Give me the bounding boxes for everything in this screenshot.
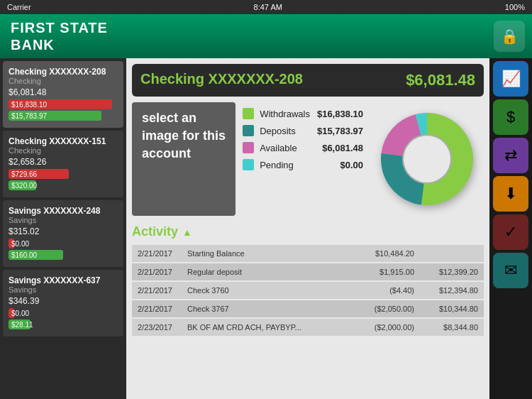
battery-label: 100% [505,3,525,11]
activity-balance: $10,344.80 [420,300,484,318]
activity-amount: ($2,050.00) [356,300,420,318]
account-card-1[interactable]: Checking XXXXXXX-151 Checking $2,658.26 … [3,131,123,197]
activity-row[interactable]: 2/23/2017 BK OF AM CRD ACH, PAYBYP... ($… [132,318,484,337]
activity-row[interactable]: 2/21/2017 Starting Balance $10,484.20 [132,245,484,263]
image-selector[interactable]: select an image for this account [132,102,235,216]
activity-row[interactable]: 2/21/2017 Check 3760 ($4.40) $12,394.80 [132,281,484,300]
activity-description: Starting Balance [182,245,356,263]
legend-color [243,108,254,119]
activity-date: 2/21/2017 [132,263,182,281]
activity-amount: $1,915.00 [356,263,420,281]
account-balance: $6,081.48 [406,71,475,89]
account-card-type: Savings [9,216,118,224]
legend-label: Deposits [260,126,310,136]
main-layout: Checking XXXXXXX-208 Checking $6,081.48 … [0,58,532,399]
transfer-icon[interactable]: $ [493,99,528,135]
activity-date: 2/23/2017 [132,318,182,337]
contact-icon[interactable]: ✉ [493,253,528,288]
account-card-0[interactable]: Checking XXXXXXX-208 Checking $6,081.48 … [3,61,123,128]
status-bar: Carrier 8:47 AM 100% [0,0,532,14]
donut-center [404,136,450,182]
deposit-bar: $320.00 [9,180,36,190]
account-card-name: Savings XXXXXXX-637 [9,275,118,285]
activity-amount: $10,484.20 [356,245,420,263]
right-sidebar: 📈$⇄⬇✓✉ [489,58,532,399]
check-icon[interactable]: ✓ [493,214,528,250]
activity-date: 2/21/2017 [132,245,182,263]
account-title: Checking XXXXXXX-208 [140,71,303,87]
activity-table: 2/21/2017 Starting Balance $10,484.20 2/… [132,245,484,337]
legend-item-3: Pending $0.00 [243,159,363,170]
bank-name: FIRST STATE BANK [11,19,108,53]
account-card-name: Checking XXXXXXX-208 [9,67,118,77]
chart-area: select an image for this account Withdra… [132,102,484,216]
legend-color [243,159,254,170]
app-header: FIRST STATE BANK 🔒 [0,14,532,58]
time-label: 8:47 AM [254,3,282,11]
deposit-bar: $160.00 [9,250,63,260]
account-card-name: Savings XXXXXXX-248 [9,206,118,216]
legend-label: Available [260,143,315,153]
activity-amount: ($4.40) [356,281,420,300]
legend-value: $6,081.48 [322,143,363,153]
deposit-bar: $28.11 [9,319,31,329]
exchange-icon[interactable]: ⇄ [493,138,528,173]
account-card-2[interactable]: Savings XXXXXXX-248 Savings $315.02 $0.0… [3,200,123,267]
account-card-balance: $315.02 [9,226,118,236]
activity-header: Activity ▲ [132,222,484,242]
activity-row[interactable]: 2/21/2017 Check 3767 ($2,050.00) $10,344… [132,300,484,318]
activity-description: Check 3767 [182,300,356,318]
deposit-icon[interactable]: ⬇ [493,176,528,212]
shield-icon[interactable]: 🔒 [494,21,525,52]
deposit-bar: $15,783.97 [9,111,101,121]
legend-item-0: Withdrawals $16,838.10 [243,108,363,119]
withdrawal-bar: $0.00 [9,239,14,248]
legend-item-1: Deposits $15,783.97 [243,125,363,136]
withdrawal-bar: $0.00 [9,308,14,318]
activity-title: Activity [132,224,178,239]
account-card-balance: $6,081.48 [9,87,118,97]
legend-value: $15,783.97 [317,126,363,136]
activity-row[interactable]: 2/21/2017 Regular deposit $1,915.00 $12,… [132,263,484,281]
account-card-balance: $346.39 [9,296,118,306]
carrier-label: Carrier [7,3,31,11]
account-card-name: Checking XXXXXXX-151 [9,136,118,146]
legend-value: $16,838.10 [317,109,363,119]
donut-chart [370,102,484,216]
main-content: Checking XXXXXXX-208 $6,081.48 select an… [126,58,489,399]
legend-label: Withdrawals [260,109,310,119]
legend-item-2: Available $6,081.48 [243,142,363,153]
legend-color [243,125,254,136]
withdrawal-bar: $729.66 [9,169,69,179]
activity-amount: ($2,000.00) [356,318,420,337]
legend-value: $0.00 [340,160,363,170]
account-card-balance: $2,658.26 [9,157,118,167]
activity-balance: $8,344.80 [420,318,484,337]
activity-balance: $12,394.80 [420,281,484,300]
account-sidebar: Checking XXXXXXX-208 Checking $6,081.48 … [0,58,126,399]
account-header: Checking XXXXXXX-208 $6,081.48 [132,64,484,97]
withdrawal-bar: $16,838.10 [9,99,112,109]
activity-description: BK OF AM CRD ACH, PAYBYP... [182,318,356,337]
activity-description: Regular deposit [182,263,356,281]
activity-date: 2/21/2017 [132,300,182,318]
account-card-type: Checking [9,77,118,85]
activity-balance [420,245,484,263]
accounts-icon[interactable]: 📈 [493,61,528,97]
legend-color [243,142,254,153]
activity-balance: $12,399.20 [420,263,484,281]
chart-legend: Withdrawals $16,838.10 Deposits $15,783.… [243,102,363,216]
account-card-3[interactable]: Savings XXXXXXX-637 Savings $346.39 $0.0… [3,270,123,337]
sort-icon[interactable]: ▲ [182,226,192,238]
account-card-type: Savings [9,285,118,294]
legend-label: Pending [260,160,333,170]
activity-description: Check 3760 [182,281,356,300]
activity-date: 2/21/2017 [132,281,182,300]
account-card-type: Checking [9,146,118,155]
